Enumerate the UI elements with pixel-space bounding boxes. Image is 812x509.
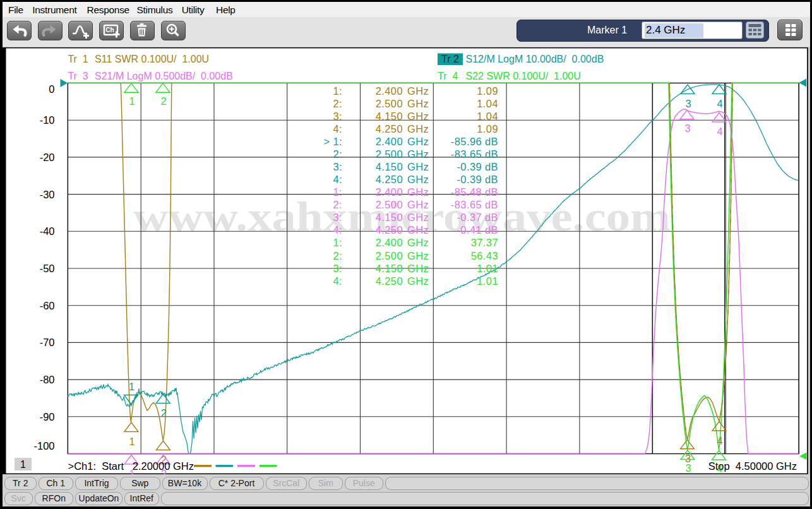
svg-text:1:: 1: [333,186,342,198]
svg-text:Ch: Ch [105,27,114,33]
svg-text:1.01: 1.01 [477,263,498,274]
svg-text:GHz: GHz [407,174,429,185]
svg-text:GHz: GHz [407,199,429,210]
svg-text:GHz: GHz [407,212,429,223]
svg-text:4.250: 4.250 [376,123,403,135]
svg-text:0: 0 [49,83,54,95]
svg-text:1.09: 1.09 [477,85,498,97]
svg-text:-83.65 dB: -83.65 dB [451,199,498,210]
svg-text:1.09: 1.09 [477,123,498,135]
svg-text:2.400: 2.400 [376,186,403,198]
svg-text:S22 SWR 0.100U/ 1.00U: S22 SWR 0.100U/ 1.00U [466,71,581,81]
svg-text:-90: -90 [40,411,55,422]
svg-text:Tr 1: Tr 1 [68,54,88,64]
svg-text:-30: -30 [40,189,55,200]
svg-text:GHz: GHz [407,98,429,109]
svg-text:1:: 1: [333,237,342,248]
svg-text:3:: 3: [333,161,342,172]
svg-text:-0.41 dB: -0.41 dB [457,224,498,236]
svg-text:2.500: 2.500 [376,250,403,261]
svg-text:GHz: GHz [407,148,429,160]
svg-text:4.250: 4.250 [376,275,403,287]
svg-text:1: 1 [129,436,134,447]
svg-text:1.01: 1.01 [477,275,498,287]
svg-text:-0.39 dB: -0.39 dB [457,161,498,172]
svg-text:4.250: 4.250 [376,174,403,185]
svg-text:GHz: GHz [407,123,429,135]
svg-text:1:: 1: [333,85,342,97]
svg-text:3:: 3: [333,212,342,223]
svg-text:3: 3 [685,462,691,474]
svg-text:GHz: GHz [407,85,429,97]
svg-text:GHz: GHz [407,136,429,147]
svg-text:3: 3 [684,123,690,134]
svg-text:4: 4 [717,126,722,137]
svg-text:-50: -50 [40,263,55,274]
svg-text:2.500: 2.500 [376,148,403,160]
svg-text:S21/M LogM 0.500dB/ 0.00dB: S21/M LogM 0.500dB/ 0.00dB [95,71,233,81]
svg-text:-83.65 dB: -83.65 dB [451,148,498,160]
svg-text:4.150: 4.150 [376,212,403,223]
svg-text:4:: 4: [333,174,342,185]
svg-text:GHz: GHz [407,186,429,198]
svg-text:2:: 2: [333,98,342,109]
svg-text:GHz: GHz [407,224,429,236]
svg-text:1.04: 1.04 [477,111,498,122]
svg-text:Tr 3: Tr 3 [68,71,88,81]
svg-text:-80: -80 [40,374,55,385]
svg-text:-20: -20 [40,152,55,163]
svg-text:37.37: 37.37 [471,237,498,248]
svg-text:GHz: GHz [407,263,429,274]
svg-text:3:: 3: [333,111,342,122]
svg-text:4: 4 [717,435,722,446]
svg-text:2.400: 2.400 [376,85,403,97]
svg-text:-0.37 dB: -0.37 dB [457,212,498,223]
svg-text:-85.96 dB: -85.96 dB [451,136,498,147]
svg-text:> 1:: > 1: [323,136,342,147]
svg-text:4:: 4: [333,123,342,135]
svg-text:4.150: 4.150 [376,263,403,274]
svg-text:4.250: 4.250 [376,224,403,236]
svg-text:-40: -40 [40,225,55,237]
svg-text:2.400: 2.400 [376,136,403,147]
svg-text:GHz: GHz [407,161,429,172]
svg-text:3:: 3: [333,263,342,274]
svg-text:-60: -60 [40,300,55,311]
svg-text:4.150: 4.150 [376,161,403,172]
svg-text:2: 2 [160,95,166,107]
svg-text:2.400: 2.400 [376,237,403,248]
svg-text:2.500: 2.500 [376,98,403,109]
svg-text:GHz: GHz [407,237,429,248]
svg-text:56.43: 56.43 [471,250,498,261]
svg-text:-0.39 dB: -0.39 dB [457,174,498,185]
svg-text:-70: -70 [40,337,55,348]
svg-text:3: 3 [685,98,691,109]
svg-text:S11 SWR 0.100U/ 1.00U: S11 SWR 0.100U/ 1.00U [95,54,209,64]
svg-text:2:: 2: [333,250,342,261]
svg-text:1: 1 [20,459,26,470]
svg-text:Tr 2: Tr 2 [441,54,459,64]
svg-text:2:: 2: [333,199,342,210]
svg-text:>Ch1: Start 2.20000 GHz: >Ch1: Start 2.20000 GHz [68,460,194,472]
svg-text:1.04: 1.04 [477,98,498,109]
svg-text:4:: 4: [333,224,342,236]
svg-text:GHz: GHz [407,111,429,122]
svg-text:-100: -100 [33,440,54,452]
svg-text:2: 2 [161,407,167,419]
svg-text:GHz: GHz [407,275,429,287]
svg-text:Stop 4.50000 GHz: Stop 4.50000 GHz [708,460,797,472]
svg-text:4.150: 4.150 [376,111,403,122]
svg-text:4: 4 [717,98,722,109]
svg-text:-10: -10 [40,114,55,126]
svg-text:Tr 4: Tr 4 [438,71,458,81]
svg-text:1: 1 [129,381,134,392]
svg-text:2.500: 2.500 [376,199,403,210]
svg-text:-85.48 dB: -85.48 dB [451,186,498,198]
svg-text:2:: 2: [333,148,342,160]
svg-text:4:: 4: [333,275,342,287]
svg-text:1: 1 [129,95,134,107]
svg-text:GHz: GHz [407,250,429,261]
svg-text:S12/M LogM 10.00dB/ 0.00dB: S12/M LogM 10.00dB/ 0.00dB [466,54,604,64]
